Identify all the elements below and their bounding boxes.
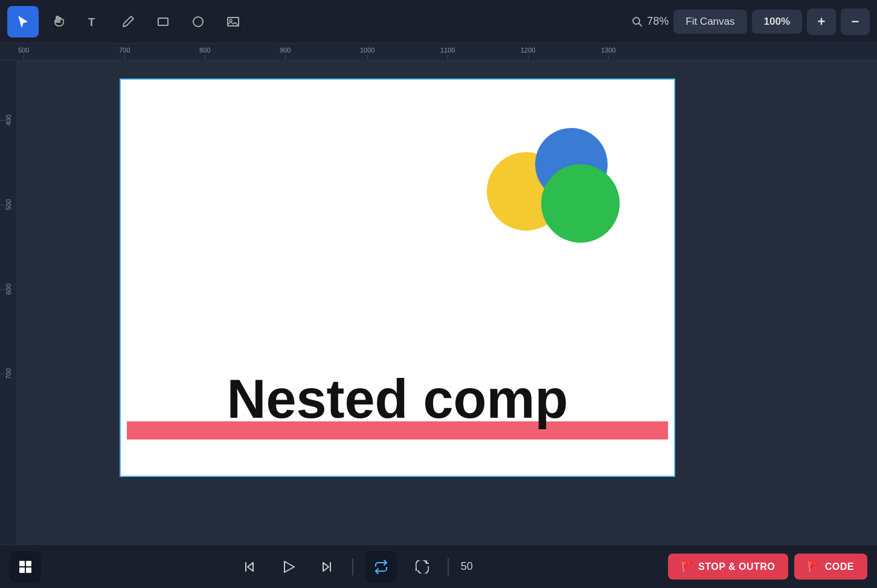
ruler-mark-700: 700 xyxy=(119,46,130,60)
svg-rect-6 xyxy=(19,561,25,566)
zoom-percentage: 78% xyxy=(647,15,669,28)
divider-2 xyxy=(448,558,449,575)
flag-icon-code: 🚩 xyxy=(808,561,820,572)
canvas-text-block: Nested comp xyxy=(121,372,674,439)
code-label: CODE xyxy=(825,561,854,572)
bottom-left xyxy=(10,551,41,583)
svg-point-2 xyxy=(193,17,203,27)
canvas-scroll[interactable]: Nested comp xyxy=(17,60,877,545)
svg-rect-9 xyxy=(26,567,31,573)
hand-tool[interactable] xyxy=(42,6,74,37)
search-icon xyxy=(631,16,643,28)
stop-outro-label: STOP & OUTRO xyxy=(698,561,775,572)
ruler-mark-1000: 1000 xyxy=(360,46,374,60)
green-circle xyxy=(541,164,620,243)
ruler-mark-700v: 700 xyxy=(0,368,13,379)
image-tool[interactable] xyxy=(217,6,249,37)
zoom-100-button[interactable]: 100% xyxy=(752,10,802,34)
ruler-mark-900: 900 xyxy=(280,46,291,60)
zoom-out-button[interactable]: − xyxy=(841,8,870,35)
loop-button[interactable] xyxy=(365,551,397,583)
playback-controls: 50 xyxy=(41,551,668,583)
ruler-mark-1300: 1300 xyxy=(601,46,615,60)
circles-group xyxy=(487,128,620,249)
ruler-left: 400 500 600 700 xyxy=(0,60,17,545)
toolbar-right: 78% Fit Canvas 100% + − xyxy=(631,8,870,35)
ruler-mark-400: 400 xyxy=(0,115,13,126)
pen-tool[interactable] xyxy=(112,6,144,37)
svg-rect-7 xyxy=(26,561,31,566)
svg-text:T: T xyxy=(88,16,95,28)
flag-icon-stop: 🚩 xyxy=(681,561,694,572)
frame-number: 50 xyxy=(461,560,473,573)
canvas-area: 500 700 800 900 1000 1100 1200 1300 400 … xyxy=(0,43,877,545)
canvas-body: 400 500 600 700 xyxy=(0,60,877,545)
ruler-mark-600v: 600 xyxy=(0,284,13,295)
toolbar: T 78% Fit Canvas 100% xyxy=(0,0,877,43)
divider-1 xyxy=(352,558,353,575)
select-tool[interactable] xyxy=(7,6,39,37)
zoom-in-button[interactable]: + xyxy=(807,8,836,35)
ruler-mark-1200: 1200 xyxy=(521,46,535,60)
ruler-mark-500v: 500 xyxy=(0,199,13,210)
repeat-button[interactable] xyxy=(409,554,435,580)
bottom-right: 🚩 STOP & OUTRO 🚩 CODE xyxy=(668,554,867,580)
text-tool[interactable]: T xyxy=(77,6,109,37)
stop-outro-button[interactable]: 🚩 STOP & OUTRO xyxy=(668,554,789,580)
play-button[interactable] xyxy=(275,554,301,580)
grid-view-button[interactable] xyxy=(10,551,41,583)
zoom-display: 78% xyxy=(631,15,669,28)
svg-rect-8 xyxy=(19,567,25,573)
canvas-frame: Nested comp xyxy=(120,78,675,477)
canvas-title-text: Nested comp xyxy=(121,372,674,426)
fit-canvas-button[interactable]: Fit Canvas xyxy=(673,10,747,34)
svg-rect-1 xyxy=(158,18,168,25)
code-button[interactable]: 🚩 CODE xyxy=(794,554,867,580)
skip-to-start-button[interactable] xyxy=(236,554,263,580)
ellipse-tool[interactable] xyxy=(182,6,214,37)
ruler-mark-800: 800 xyxy=(199,46,210,60)
skip-to-end-button[interactable] xyxy=(313,554,340,580)
ruler-mark-1100: 1100 xyxy=(440,46,455,60)
ruler-top: 500 700 800 900 1000 1100 1200 1300 xyxy=(0,43,877,60)
ruler-mark-500: 500 xyxy=(18,46,29,60)
bottom-bar: 50 🚩 STOP & OUTRO 🚩 CODE xyxy=(0,545,877,588)
rect-tool[interactable] xyxy=(147,6,179,37)
